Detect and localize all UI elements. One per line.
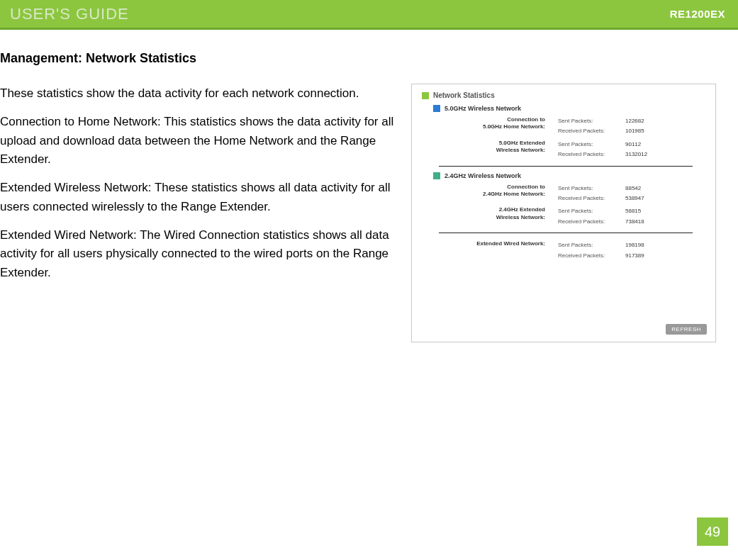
- square-icon: [422, 92, 429, 99]
- recv-label: Received Packets:: [558, 126, 625, 136]
- sent-value: 198198: [625, 240, 644, 250]
- sent-label: Sent Packets:: [558, 140, 625, 150]
- stat-block: 2.4GHz Extended Wireless Network: Sent P…: [418, 206, 707, 227]
- stat-values: Sent Packets:198198 Received Packets:917…: [558, 240, 707, 261]
- stat-label: Connection to 5.0GHz Home Network:: [441, 116, 558, 137]
- stat-block: Connection to 2.4GHz Home Network: Sent …: [418, 184, 707, 204]
- sent-value: 122682: [625, 116, 644, 126]
- stat-label: 5.0GHz Extended Wireless Network:: [441, 140, 558, 160]
- recv-value: 917389: [625, 251, 644, 261]
- recv-value: 738418: [625, 217, 644, 227]
- recv-value: 101985: [625, 126, 644, 136]
- stat-label: 2.4GHz Extended Wireless Network:: [441, 206, 558, 227]
- sent-value: 88542: [625, 184, 641, 194]
- divider: [439, 233, 693, 233]
- header-title: USER'S GUIDE: [10, 5, 129, 23]
- stat-values: Sent Packets:122682 Received Packets:101…: [558, 116, 707, 137]
- recv-value: 3132012: [625, 150, 647, 159]
- sent-value: 58815: [625, 206, 641, 216]
- recv-value: 538947: [625, 194, 644, 203]
- stat-block: 5.0GHz Extended Wireless Network: Sent P…: [418, 140, 707, 160]
- group-5ghz-title: 5.0GHz Wireless Network: [433, 105, 707, 112]
- text-column: Management: Network Statistics These sta…: [0, 51, 411, 342]
- paragraph: Extended Wired Network: The Wired Connec…: [0, 226, 397, 282]
- sent-label: Sent Packets:: [558, 206, 625, 216]
- stat-block: Extended Wired Network: Sent Packets:198…: [418, 240, 707, 261]
- section-title: Management: Network Statistics: [0, 51, 397, 66]
- group-24ghz-title: 2.4GHz Wireless Network: [433, 172, 707, 179]
- square-icon: [433, 105, 440, 112]
- sent-label: Sent Packets:: [558, 240, 625, 250]
- sent-label: Sent Packets:: [558, 184, 625, 194]
- recv-label: Received Packets:: [558, 251, 625, 261]
- stat-values: Sent Packets:88542 Received Packets:5389…: [558, 184, 707, 204]
- paragraph: Connection to Home Network: This statist…: [0, 113, 397, 169]
- panel-title-text: Network Statistics: [433, 91, 495, 99]
- header-model: RE1200EX: [670, 8, 725, 20]
- recv-label: Received Packets:: [558, 150, 625, 159]
- stat-values: Sent Packets:58815 Received Packets:7384…: [558, 206, 707, 227]
- sent-label: Sent Packets:: [558, 116, 625, 126]
- recv-label: Received Packets:: [558, 217, 625, 227]
- doc-header: USER'S GUIDE RE1200EX: [0, 0, 738, 30]
- recv-label: Received Packets:: [558, 194, 625, 203]
- group-24ghz-text: 2.4GHz Wireless Network: [445, 172, 521, 179]
- network-stats-panel: Network Statistics 5.0GHz Wireless Netwo…: [411, 84, 716, 342]
- content-row: Management: Network Statistics These sta…: [0, 30, 738, 342]
- group-5ghz-text: 5.0GHz Wireless Network: [445, 105, 521, 112]
- sent-value: 90112: [625, 140, 641, 150]
- screenshot-column: Network Statistics 5.0GHz Wireless Netwo…: [411, 51, 738, 342]
- stat-block: Connection to 5.0GHz Home Network: Sent …: [418, 116, 707, 137]
- panel-title: Network Statistics: [418, 91, 707, 99]
- refresh-button[interactable]: REFRESH: [666, 324, 707, 335]
- stat-label: Extended Wired Network:: [441, 240, 558, 261]
- stat-values: Sent Packets:90112 Received Packets:3132…: [558, 140, 707, 160]
- stat-label: Connection to 2.4GHz Home Network:: [441, 184, 558, 204]
- divider: [439, 166, 693, 167]
- page-number: 49: [697, 517, 728, 546]
- square-icon: [433, 172, 440, 179]
- paragraph: Extended Wireless Network: These statist…: [0, 179, 397, 216]
- paragraph: These statistics show the data activity …: [0, 84, 397, 103]
